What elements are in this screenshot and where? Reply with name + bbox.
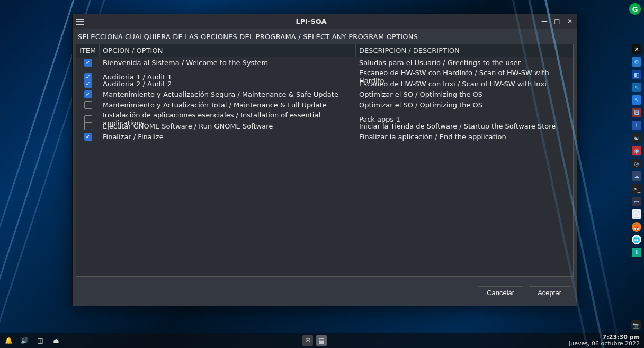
dock-icon[interactable]: ☯: [632, 133, 641, 143]
right-dock: ✕ ⚙ ◧ ↖ ↖ 🖼 i ☯ ◉ ◎ ☁ >_ ▭ 📄 🦊 🌐 ⬇: [631, 44, 642, 257]
col-option[interactable]: OPCION / OPTION: [100, 44, 356, 57]
dock-icon[interactable]: ✕: [632, 44, 641, 54]
checkbox[interactable]: [84, 90, 92, 98]
description-cell: Iniciar la Tienda de Software / Startup …: [356, 121, 573, 131]
option-cell: Auditoria 2 / Audit 2: [100, 79, 356, 89]
taskbar[interactable]: 🔔 🔊 ◫ ⏏ ✉ ▤ 7:23:30 pm jueves, 06 octubr…: [0, 333, 644, 348]
dock-icon[interactable]: ▭: [632, 197, 641, 206]
show-desktop-icon[interactable]: ⏏: [52, 336, 60, 345]
dock-icon[interactable]: i: [632, 121, 641, 130]
description-cell: Saludos para el Usuario / Greetings to t…: [356, 58, 573, 68]
cancel-button[interactable]: Cancelar: [478, 286, 523, 299]
notifications-icon[interactable]: 🔔: [4, 336, 13, 345]
checkbox[interactable]: [84, 101, 92, 109]
description-cell: Optimizar el SO / Optimizing the OS: [356, 89, 573, 99]
description-cell: Optimizar el SO / Optimizing the OS: [356, 100, 573, 110]
close-button[interactable]: ✕: [566, 18, 574, 25]
table-row[interactable]: Finalizar / FinalizeFinalizar la aplicac…: [76, 131, 573, 142]
taskbar-app-active[interactable]: ▤: [316, 335, 327, 346]
dock-icon[interactable]: 🖼: [632, 108, 641, 117]
dock-icon[interactable]: 🦊: [632, 222, 641, 232]
checkbox[interactable]: [84, 80, 92, 88]
option-cell: Mantenimiento y Actualización Segura / M…: [100, 89, 356, 99]
description-cell: Escaneo de HW-SW con Inxi / Scan of HW-S…: [356, 79, 573, 89]
description-cell: Finalizar la aplicación / End the applic…: [356, 132, 573, 142]
table-row[interactable]: Auditoria 1 / Audit 1Escaneo de HW-SW co…: [76, 68, 573, 78]
table-row[interactable]: Auditoria 2 / Audit 2Escaneo de HW-SW co…: [76, 78, 573, 89]
checkbox[interactable]: [84, 59, 92, 67]
table-row[interactable]: Mantenimiento y Actualización Total / Ma…: [76, 99, 573, 110]
table-row[interactable]: Bienvenida al Sistema / Welcome to the S…: [76, 57, 573, 68]
dock-icon[interactable]: ⬇: [632, 248, 641, 257]
table-row[interactable]: Mantenimiento y Actualización Segura / M…: [76, 89, 573, 99]
workspaces-icon[interactable]: ◫: [36, 336, 44, 345]
col-description[interactable]: DESCRIPCION / DESCRIPTION: [356, 44, 573, 57]
option-cell: Finalizar / Finalize: [100, 132, 356, 142]
option-cell: Mantenimiento y Actualización Total / Ma…: [100, 100, 356, 110]
dock-icon[interactable]: 📄: [632, 209, 641, 219]
checkbox[interactable]: [84, 122, 92, 130]
taskbar-clock[interactable]: 7:23:30 pm jueves, 06 octubre 2022: [569, 334, 640, 347]
dialog-window: LPI-SOA — □ ✕ SELECCIONA CUALQUIERA DE L…: [72, 14, 577, 306]
instruction-text: SELECCIONA CUALQUIERA DE LAS OPCIONES DE…: [73, 29, 577, 44]
dock-icon[interactable]: >_: [632, 184, 641, 194]
dock-icon[interactable]: ◉: [632, 146, 641, 155]
corner-badge-icon[interactable]: G: [629, 3, 641, 15]
dock-icon[interactable]: ◎: [632, 159, 641, 168]
dock-icon[interactable]: ↖: [632, 83, 641, 92]
options-table: ITEM OPCION / OPTION DESCRIPCION / DESCR…: [76, 44, 574, 277]
option-cell: Bienvenida al Sistema / Welcome to the S…: [100, 58, 356, 68]
minimize-button[interactable]: —: [541, 18, 548, 25]
maximize-button[interactable]: □: [553, 18, 561, 25]
checkbox[interactable]: [84, 133, 92, 141]
col-item[interactable]: ITEM: [76, 44, 100, 57]
dock-icon[interactable]: 📷: [631, 320, 641, 330]
option-cell: Ejecutar GNOME Software / Run GNOME Soft…: [100, 121, 356, 131]
dock-icon[interactable]: ☁: [632, 171, 641, 181]
taskbar-app[interactable]: ✉: [302, 335, 313, 346]
dock-icon[interactable]: ◧: [632, 70, 641, 79]
dock-icon[interactable]: ↖: [632, 95, 641, 105]
dock-icon[interactable]: 🌐: [632, 235, 641, 244]
button-bar: Cancelar Aceptar: [73, 281, 577, 306]
volume-icon[interactable]: 🔊: [20, 336, 29, 345]
dock-icon[interactable]: ⚙: [632, 57, 641, 67]
table-header: ITEM OPCION / OPTION DESCRIPCION / DESCR…: [76, 44, 573, 57]
table-row[interactable]: Instalación de aplicaciones esenciales /…: [76, 110, 573, 121]
titlebar[interactable]: LPI-SOA — □ ✕: [73, 14, 577, 29]
table-row[interactable]: Ejecutar GNOME Software / Run GNOME Soft…: [76, 121, 573, 131]
accept-button[interactable]: Aceptar: [529, 286, 570, 299]
window-title: LPI-SOA: [87, 17, 535, 25]
clock-date: jueves, 06 octubre 2022: [569, 341, 640, 347]
hamburger-icon[interactable]: [76, 19, 84, 25]
